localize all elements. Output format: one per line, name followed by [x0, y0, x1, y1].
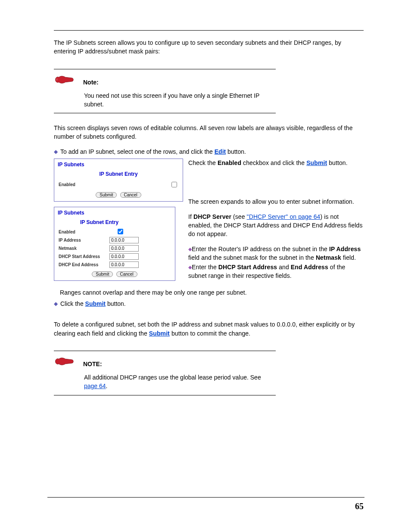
pointing-hand-icon: [54, 355, 75, 369]
diamond-icon: ◆: [54, 147, 58, 156]
panel-title: IP Subnets: [54, 159, 183, 169]
dhcp-start-label: DHCP Start Address: [59, 254, 106, 259]
right-text-2c: ◆Enter the Router's IP address on the su…: [188, 245, 364, 262]
bullet-text: To add an IP subnet, select one of the r…: [60, 148, 215, 155]
enabled-checkbox[interactable]: [171, 182, 177, 187]
diamond-icon: ◆: [188, 264, 192, 270]
intro-paragraph: The IP Subnets screen allows you to conf…: [54, 38, 364, 56]
submit-link[interactable]: Submit: [85, 300, 106, 307]
edit-link[interactable]: Edit: [215, 148, 226, 155]
note-body: You need not use this screen if you have…: [54, 87, 276, 111]
panel-subtitle: IP Subnet Entry: [54, 169, 183, 180]
ip-subnets-panel-expanded: IP Subnets IP Subnet Entry Enabled IP Ad…: [54, 207, 175, 281]
enabled-checkbox[interactable]: [118, 229, 123, 234]
netmask-field[interactable]: [109, 245, 139, 252]
enabled-label: Enabled: [59, 182, 106, 187]
ip-address-label: IP Address: [59, 238, 106, 243]
bullet-text-post: button.: [226, 148, 246, 155]
page-link[interactable]: page 64: [84, 383, 106, 389]
ip-address-field[interactable]: [109, 237, 139, 243]
submit-button[interactable]: Submit: [96, 192, 117, 198]
submit-button[interactable]: Submit: [92, 271, 113, 277]
right-text-1: Check the Enabled checkbox and click the…: [188, 159, 364, 167]
panel-title: IP Subnets: [54, 207, 175, 218]
bullet-submit: ◆ Click the Submit button.: [54, 299, 364, 308]
dhcp-start-field[interactable]: [109, 253, 139, 260]
bullet-add-subnet: ◆ To add an IP subnet, select one of the…: [54, 147, 364, 156]
paragraph-delete: To delete a configured subnet, set both …: [54, 320, 364, 338]
diamond-icon: ◆: [54, 299, 58, 308]
note-box-2: NOTE: All additional DHCP ranges use the…: [54, 351, 276, 395]
panel-subtitle: IP Subnet Entry: [54, 218, 175, 228]
dhcp-server-link[interactable]: "DHCP Server" on page 64: [247, 213, 321, 220]
diamond-icon: ◆: [188, 246, 192, 252]
ip-subnets-panel-collapsed: IP Subnets IP Subnet Entry Enabled Submi…: [54, 159, 183, 202]
netmask-label: Netmask: [59, 246, 106, 251]
enabled-label: Enabled: [59, 230, 106, 234]
submit-link[interactable]: Submit: [149, 330, 170, 337]
note-label: Note:: [83, 74, 99, 86]
note-body: All additional DHCP ranges use the globa…: [54, 369, 276, 392]
cancel-button[interactable]: Cancel: [116, 271, 137, 277]
right-text-2a: The screen expands to allow you to enter…: [188, 197, 364, 206]
note-label: NOTE:: [83, 355, 102, 367]
paragraph-ranges: Ranges cannot overlap and there may be o…: [60, 288, 364, 297]
note-box-1: Note: You need not use this screen if yo…: [54, 69, 276, 114]
pointing-hand-icon: [54, 74, 75, 87]
dhcp-end-field[interactable]: [109, 261, 139, 268]
page-number: 65: [355, 501, 364, 511]
paragraph-rows: This screen displays seven rows of edita…: [54, 124, 364, 141]
right-text-2b: If DHCP Server (see "DHCP Server" on pag…: [188, 212, 364, 239]
cancel-button[interactable]: Cancel: [120, 192, 141, 198]
submit-link[interactable]: Submit: [306, 159, 327, 166]
right-text-2d: ◆Enter the DHCP Start Address and End Ad…: [188, 263, 364, 280]
dhcp-end-label: DHCP End Address: [59, 262, 106, 267]
